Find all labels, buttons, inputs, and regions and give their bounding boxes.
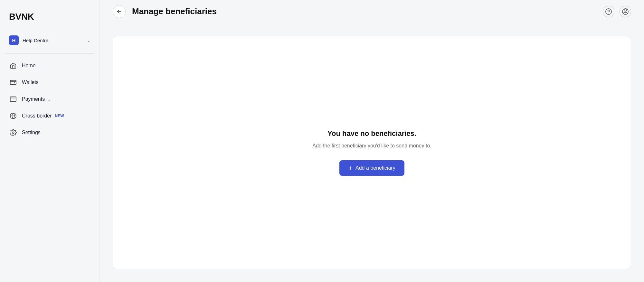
empty-state-subtitle: Add the first beneficiary you'd like to …	[312, 143, 431, 149]
page-title: Manage beneficiaries	[132, 6, 603, 16]
main-content: Manage beneficiaries	[100, 0, 644, 282]
sidebar-divider	[5, 53, 94, 54]
sidebar-item-home[interactable]: Home	[5, 58, 94, 74]
svg-rect-1	[10, 97, 16, 102]
back-button[interactable]	[113, 5, 126, 18]
svg-point-3	[12, 132, 14, 134]
user-circle-icon	[622, 8, 629, 15]
header-actions	[603, 6, 631, 17]
svg-rect-0	[10, 80, 16, 85]
sidebar: BVNK H Help Centre ⌄ Home Wallets	[0, 0, 100, 282]
sidebar-item-payments[interactable]: Payments ⌄	[5, 91, 94, 107]
sidebar-item-wallets-label: Wallets	[22, 80, 39, 85]
sidebar-item-settings[interactable]: Settings	[5, 125, 94, 141]
chevron-down-icon: ⌄	[87, 38, 90, 43]
sidebar-item-cross-border-label: Cross border	[22, 113, 52, 119]
plus-icon: +	[348, 165, 352, 171]
help-avatar: H	[9, 35, 19, 45]
empty-state-card: You have no beneficiaries. Add the first…	[113, 36, 631, 269]
chevron-down-icon: ⌄	[47, 97, 51, 102]
sidebar-item-home-label: Home	[22, 63, 36, 69]
sidebar-item-help-centre[interactable]: H Help Centre ⌄	[5, 32, 94, 48]
help-centre-label: Help Centre	[23, 38, 87, 43]
empty-state-title: You have no beneficiaries.	[327, 129, 416, 138]
sidebar-item-wallets[interactable]: Wallets	[5, 74, 94, 90]
svg-point-4	[606, 8, 611, 14]
settings-icon	[9, 128, 17, 137]
sidebar-help-section: H Help Centre ⌄	[0, 32, 99, 50]
sidebar-item-settings-label: Settings	[22, 130, 41, 136]
brand-logo: BVNK	[0, 6, 99, 32]
add-beneficiary-label: Add a beneficiary	[355, 165, 395, 171]
help-button[interactable]	[603, 6, 614, 17]
add-beneficiary-button[interactable]: + Add a beneficiary	[339, 160, 404, 176]
home-icon	[9, 61, 17, 70]
cross-border-badge: NEW	[55, 114, 64, 118]
help-circle-icon	[605, 8, 612, 15]
sidebar-item-cross-border[interactable]: Cross border NEW	[5, 108, 94, 124]
globe-icon	[9, 112, 17, 120]
user-button[interactable]	[620, 6, 631, 17]
page-content: You have no beneficiaries. Add the first…	[100, 23, 644, 282]
wallet-icon	[9, 78, 17, 87]
sidebar-item-payments-label: Payments	[22, 96, 45, 102]
page-header: Manage beneficiaries	[100, 0, 644, 23]
payments-icon	[9, 95, 17, 103]
